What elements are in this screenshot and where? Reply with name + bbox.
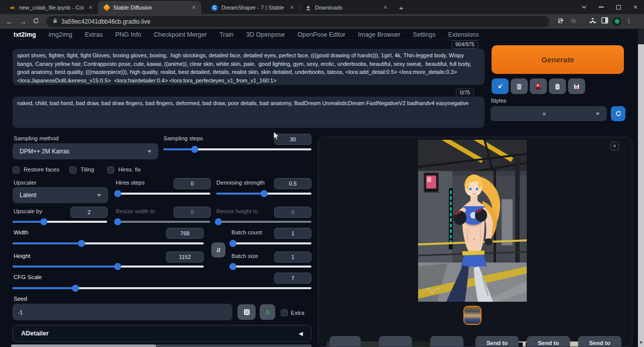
batch-size-value[interactable]: 1 (274, 251, 311, 263)
tab-3d-openpose[interactable]: 3D Openpose (246, 31, 285, 38)
save-style-button[interactable] (568, 78, 585, 94)
kebab-menu-icon[interactable]: ⋮ (623, 17, 635, 26)
extensions-puzzle-icon[interactable] (587, 17, 599, 26)
tab-extras[interactable]: Extras (85, 31, 103, 38)
sampling-steps-slider[interactable] (164, 146, 311, 153)
generate-button[interactable]: Generate (492, 45, 624, 74)
upscale-by-value[interactable]: 2 (70, 207, 108, 218)
restore-faces-checkbox[interactable] (13, 166, 20, 173)
chevron-down-icon (97, 194, 101, 197)
close-tab-icon[interactable]: × (382, 5, 389, 11)
hires-steps-value[interactable]: 0 (174, 178, 211, 189)
tab-img2img[interactable]: img2img (48, 31, 72, 38)
height-value[interactable]: 1152 (166, 251, 204, 263)
close-window-button[interactable]: × (627, 0, 644, 14)
send-to-button[interactable]: Send to (475, 336, 519, 347)
cfg-scale-slider[interactable] (13, 285, 311, 292)
swap-dimensions-button[interactable] (211, 242, 225, 257)
resize-width-label: Resize width to (116, 208, 155, 214)
tab-txt2img[interactable]: txt2img (14, 31, 36, 38)
tab-openpose-editor[interactable]: OpenPose Editor (297, 31, 345, 38)
url-text: 3a59ec42041dbb46cb.gradio.live (61, 18, 150, 25)
tab-train[interactable]: Train (219, 31, 233, 38)
scrollbar-thumb[interactable] (638, 44, 644, 338)
prompt-token-counter: 904/975 (451, 40, 478, 49)
close-tab-icon[interactable]: × (87, 5, 94, 11)
tab-title: new_colab_file.ipynb - Colaborat (19, 5, 84, 11)
sampling-steps-value[interactable]: 30 (274, 134, 311, 145)
denoising-strength-slider[interactable] (216, 190, 311, 197)
upscale-by-slider[interactable] (13, 218, 107, 225)
prompt-input[interactable]: sport shoes, fighter, fight, fight Glove… (13, 49, 485, 85)
resize-height-label: Resize height to (216, 208, 258, 214)
app-nav-tabs: txt2img img2img Extras PNG Info Checkpoi… (0, 29, 638, 40)
output-preview-panel: × (318, 137, 632, 347)
extra-networks-button[interactable] (530, 78, 547, 94)
bookmark-star-icon[interactable]: ☆ (568, 17, 580, 26)
browser-tab-civitai[interactable]: C DreamShaper - 7 | Stable Diffusio × (206, 1, 299, 14)
browser-tab-colab[interactable]: ∞ new_colab_file.ipynb - Colaborat × (4, 1, 98, 14)
close-tab-icon[interactable]: × (288, 5, 295, 11)
tab-settings[interactable]: Settings (413, 31, 436, 38)
tab-checkpoint-merger[interactable]: Checkpoint Merger (154, 31, 207, 38)
browser-tab-downloads[interactable]: Downloads × (300, 1, 393, 14)
refresh-styles-button[interactable] (611, 106, 625, 121)
back-button[interactable]: ← (3, 17, 16, 26)
sampling-method-dropdown[interactable]: DPM++ 2M Karras (13, 143, 158, 159)
read-parameters-button[interactable] (492, 78, 509, 94)
denoising-strength-value[interactable]: 0.5 (274, 178, 311, 189)
tab-extensions[interactable]: Extensions (448, 31, 479, 38)
close-tab-icon[interactable]: × (190, 5, 197, 11)
reuse-seed-button[interactable] (260, 304, 275, 320)
seed-input[interactable]: -1 (13, 304, 232, 320)
mouse-cursor (273, 131, 280, 143)
extra-seed-checkbox[interactable] (281, 309, 288, 316)
hires-fix-checkbox[interactable] (107, 166, 114, 173)
output-button[interactable] (379, 336, 412, 347)
output-button[interactable] (430, 336, 463, 347)
browser-tab-stable-diffusion[interactable]: Stable Diffusion × (98, 1, 201, 14)
forward-button[interactable]: → (16, 17, 29, 26)
styles-dropdown[interactable]: × (491, 106, 607, 121)
height-slider[interactable] (13, 263, 204, 270)
send-to-button[interactable]: Send to (578, 336, 621, 347)
batch-size-slider[interactable] (231, 263, 311, 270)
clear-prompt-button[interactable] (511, 78, 528, 94)
send-to-button[interactable]: Send to (527, 336, 570, 347)
profile-avatar[interactable] (611, 17, 623, 26)
gallery-thumbnail-selected[interactable] (463, 306, 481, 325)
resize-width-slider[interactable] (116, 218, 210, 225)
cfg-scale-value[interactable]: 7 (274, 273, 311, 284)
maximize-button[interactable] (610, 0, 627, 14)
upscaler-dropdown[interactable]: Latent (13, 187, 108, 203)
resize-width-value[interactable]: 0 (174, 207, 211, 218)
batch-count-slider[interactable] (231, 240, 311, 247)
adetailer-accordion[interactable]: ADetailer ◀ (13, 325, 311, 342)
close-preview-button[interactable]: × (610, 142, 619, 150)
negative-prompt-input[interactable]: naked, child, bad hand, bad draw, bad dr… (13, 97, 485, 128)
resize-height-value[interactable]: 0 (274, 207, 311, 218)
scrollbar-down-button[interactable] (638, 338, 644, 347)
refresh-icon (615, 110, 622, 117)
hires-steps-slider[interactable] (116, 190, 210, 197)
address-bar[interactable]: 3a59ec42041dbb46cb.gradio.live (46, 16, 549, 27)
apply-style-button[interactable] (549, 78, 566, 94)
clear-styles-icon[interactable]: × (542, 110, 546, 118)
tab-png-info[interactable]: PNG Info (115, 31, 141, 38)
reload-button[interactable] (29, 17, 42, 26)
resize-height-slider[interactable] (216, 218, 311, 225)
minimize-button[interactable] (593, 0, 610, 14)
share-icon[interactable] (555, 17, 568, 26)
tab-image-browser[interactable]: Image Browser (358, 31, 400, 38)
tab-search-icon[interactable] (576, 0, 593, 14)
random-seed-button[interactable] (237, 304, 256, 320)
generated-image[interactable] (418, 140, 527, 302)
new-tab-button[interactable]: + (399, 4, 404, 12)
output-button[interactable] (330, 336, 361, 347)
batch-count-value[interactable]: 1 (274, 228, 311, 239)
tiling-checkbox[interactable] (69, 166, 76, 173)
width-value[interactable]: 768 (166, 228, 204, 239)
side-panel-icon[interactable] (599, 17, 611, 26)
lock-icon (52, 18, 58, 25)
width-slider[interactable] (13, 240, 204, 247)
